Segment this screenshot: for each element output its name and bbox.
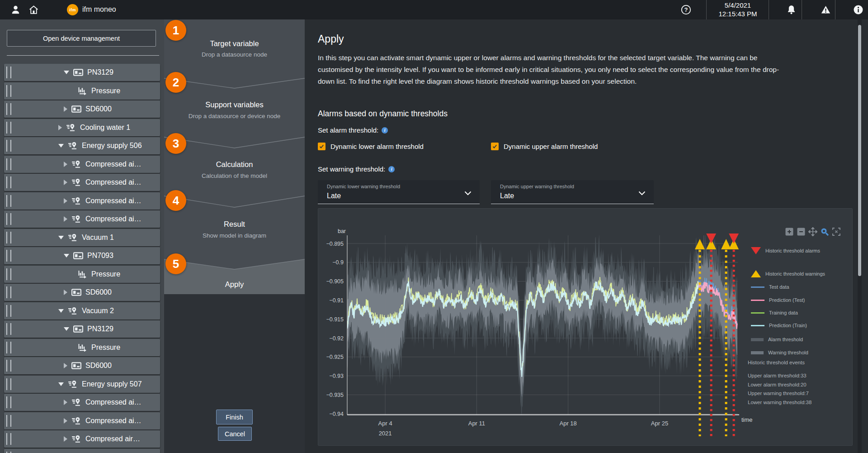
chevron-collapsed-icon[interactable] [64,162,67,167]
drag-handle-icon[interactable] [6,433,11,445]
tree-item-compressed-ai[interactable]: Compressed ai… [4,449,160,453]
tree-item-pressure[interactable]: Pressure [4,266,160,283]
help-icon[interactable]: ? [680,4,692,15]
chevron-collapsed-icon[interactable] [58,125,62,130]
tree-item-label: Compressed ai… [85,215,142,223]
chevron-expanded-icon[interactable] [64,254,69,257]
tree-item-sd6000[interactable]: SD6000 [4,284,160,301]
chevron-collapsed-icon[interactable] [64,400,67,405]
tree-item-compressed-ai[interactable]: Compressed ai… [4,192,160,210]
drag-handle-icon[interactable] [6,158,11,170]
drag-handle-icon[interactable] [6,85,11,97]
drag-handle-icon[interactable] [6,342,11,353]
drag-handle-icon[interactable] [6,103,11,115]
open-device-management-button[interactable]: Open device management [7,30,156,47]
chevron-collapsed-icon[interactable] [64,363,67,368]
user-icon[interactable] [10,4,21,15]
drag-handle-icon[interactable] [6,360,11,372]
dynamic-upper-alarm-checkbox[interactable]: Dynamic upper alarm threshold [491,143,598,150]
drag-handle-icon[interactable] [6,415,11,427]
drag-handle-icon[interactable] [6,195,11,207]
legend-item-historic-threshold-warnings[interactable]: Historic threshold warnings [748,270,825,278]
drag-handle-icon[interactable] [6,67,11,78]
tree-item-energy-supply-507[interactable]: Energy supply 507 [4,376,160,393]
wizard-step-title-support-variables[interactable]: Support variables [164,100,305,109]
chevron-collapsed-icon[interactable] [64,436,67,442]
tree-item-compressed-ai[interactable]: Compressed ai… [4,174,160,191]
zoom-select-icon[interactable] [820,227,829,236]
drag-handle-icon[interactable] [6,232,11,243]
zoom-in-icon[interactable] [785,227,794,236]
svg-text:bar: bar [338,228,346,234]
info-icon[interactable]: i [388,166,395,172]
drag-handle-icon[interactable] [6,452,11,453]
drag-handle-icon[interactable] [6,176,11,188]
tree-item-compressed-ai[interactable]: Compressed ai… [4,394,160,411]
info-icon[interactable]: i [382,127,388,134]
chevron-expanded-icon[interactable] [64,71,69,74]
tree-item-sd6000[interactable]: SD6000 [4,357,160,374]
drag-handle-icon[interactable] [6,140,11,152]
tree-item-sd6000[interactable]: SD6000 [4,100,160,118]
chevron-collapsed-icon[interactable] [64,106,67,112]
scrollbar-thumb[interactable] [858,25,861,276]
chevron-collapsed-icon[interactable] [64,180,67,185]
wizard-step-title-calculation[interactable]: Calculation [164,160,305,169]
dropdown-lower-warning-threshold[interactable]: Dynamic lower warning threshold Late [318,180,480,204]
home-icon[interactable] [28,4,39,15]
drag-handle-icon[interactable] [6,378,11,390]
legend-item-prediction-test[interactable]: Prediction (Test) [748,296,805,304]
cancel-button[interactable]: Cancel [218,427,252,441]
wizard-step-title-target-variable[interactable]: Target variable [164,39,305,48]
chevron-expanded-icon[interactable] [58,236,64,239]
finish-button[interactable]: Finish [216,410,253,424]
legend-item-warning-threshold[interactable]: Warning threshold [748,348,808,357]
tree-item-vacuum-1[interactable]: Vacuum 1 [4,229,160,246]
zoom-out-icon[interactable] [797,227,806,236]
tree-item-cooling-water-1[interactable]: Cooling water 1 [4,119,160,136]
tree-item-compressed-ai[interactable]: Compressed ai… [4,412,160,429]
chevron-expanded-icon[interactable] [64,327,69,331]
chevron-collapsed-icon[interactable] [64,290,67,295]
dynamic-lower-alarm-checkbox[interactable]: Dynamic lower alarm threshold [318,143,424,150]
drag-handle-icon[interactable] [6,323,11,335]
tree-item-compressed-ai[interactable]: Compressed ai… [4,156,160,173]
info-icon[interactable] [853,4,864,15]
tree-item-compresed-air[interactable]: Compresed air… [4,430,160,448]
legend-item-prediction-train[interactable]: Prediction (Train) [748,321,807,329]
wizard-step-subtitle: Calculation of the model [164,172,305,179]
legend-item-test-data[interactable]: Test data [748,283,789,291]
tree-item-pn7093[interactable]: PN7093 [4,247,160,264]
drag-handle-icon[interactable] [6,268,11,280]
legend-item-training-data[interactable]: Training data [748,309,798,317]
drag-handle-icon[interactable] [6,122,11,134]
legend-item-historic-threshold-alarms[interactable]: Historic threshold alarms [748,247,820,255]
warning-icon[interactable] [820,4,831,15]
chevron-collapsed-icon[interactable] [64,216,67,222]
tree-item-pressure[interactable]: Pressure [4,82,160,100]
tree-item-energy-supply-506[interactable]: Energy supply 506 [4,137,160,154]
chevron-expanded-icon[interactable] [58,382,64,386]
drag-handle-icon[interactable] [6,396,11,408]
tree-item-pn3129[interactable]: PN3129 [4,64,160,81]
bell-icon[interactable] [786,4,797,15]
legend-item-alarm-threshold[interactable]: Alarm threshold [748,335,803,343]
reset-axes-icon[interactable] [832,227,841,236]
pan-icon[interactable] [808,227,817,236]
chevron-expanded-icon[interactable] [58,309,64,313]
drag-handle-icon[interactable] [6,286,11,298]
drag-handle-icon[interactable] [6,213,11,225]
tree-item-vacuum-2[interactable]: Vacuum 2 [4,302,160,319]
tree-item-pn3129[interactable]: PN3129 [4,320,160,338]
legend-footer-title: Historic threshold events [748,360,805,365]
chevron-collapsed-icon[interactable] [64,418,67,424]
drag-handle-icon[interactable] [6,250,11,262]
wizard-step-title-result[interactable]: Result [164,220,305,229]
drag-handle-icon[interactable] [6,305,11,317]
chevron-collapsed-icon[interactable] [64,198,67,204]
tree-item-compressed-ai[interactable]: Compressed ai… [4,210,160,228]
dropdown-upper-warning-threshold[interactable]: Dynamic upper warning threshold Late [491,180,654,204]
wizard-step-title-apply[interactable]: Apply [164,280,305,289]
chevron-expanded-icon[interactable] [58,144,64,148]
tree-item-pressure[interactable]: Pressure [4,339,160,356]
